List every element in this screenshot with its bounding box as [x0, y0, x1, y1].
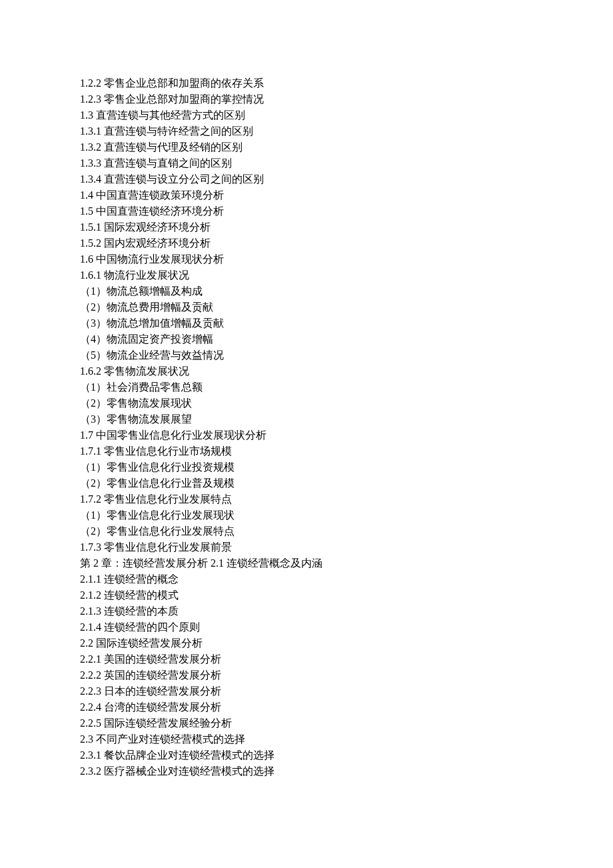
- toc-line: 1.5.2 国内宏观经济环境分析: [80, 235, 533, 251]
- toc-line: （1）零售业信息化行业投资规模: [80, 459, 533, 475]
- toc-line: （2）零售业信息化行业普及规模: [80, 475, 533, 491]
- toc-line: （4）物流固定资产投资增幅: [80, 331, 533, 347]
- toc-line: 1.2.2 零售企业总部和加盟商的依存关系: [80, 75, 533, 91]
- toc-line: （3）物流总增加值增幅及贡献: [80, 315, 533, 331]
- toc-line: （2）零售业信息化行业发展特点: [80, 523, 533, 539]
- toc-line: 2.2.4 台湾的连锁经营发展分析: [80, 699, 533, 715]
- toc-line: 第 2 章：连锁经营发展分析 2.1 连锁经营概念及内涵: [80, 555, 533, 571]
- toc-line: （1）社会消费品零售总额: [80, 379, 533, 395]
- toc-line: 1.2.3 零售企业总部对加盟商的掌控情况: [80, 91, 533, 107]
- toc-line: 2.2.3 日本的连锁经营发展分析: [80, 683, 533, 699]
- toc-line: 2.1.3 连锁经营的本质: [80, 603, 533, 619]
- toc-line: 2.2.5 国际连锁经营发展经验分析: [80, 715, 533, 731]
- toc-line: 1.3.2 直营连锁与代理及经销的区别: [80, 139, 533, 155]
- toc-line: 1.7 中国零售业信息化行业发展现状分析: [80, 427, 533, 443]
- toc-line: 1.4 中国直营连锁政策环境分析: [80, 187, 533, 203]
- document-page: 1.2.2 零售企业总部和加盟商的依存关系 1.2.3 零售企业总部对加盟商的掌…: [0, 0, 613, 846]
- toc-line: 1.5.1 国际宏观经济环境分析: [80, 219, 533, 235]
- toc-line: 2.1.2 连锁经营的模式: [80, 587, 533, 603]
- toc-line: 2.2.1 美国的连锁经营发展分析: [80, 651, 533, 667]
- toc-line: 1.3.1 直营连锁与特许经营之间的区别: [80, 123, 533, 139]
- toc-line: 1.3.4 直营连锁与设立分公司之间的区别: [80, 171, 533, 187]
- toc-line: （2）物流总费用增幅及贡献: [80, 299, 533, 315]
- toc-line: （2）零售物流发展现状: [80, 395, 533, 411]
- toc-line: 2.2 国际连锁经营发展分析: [80, 635, 533, 651]
- toc-line: 2.1.4 连锁经营的四个原则: [80, 619, 533, 635]
- toc-line: （5）物流企业经营与效益情况: [80, 347, 533, 363]
- toc-line: 2.3 不同产业对连锁经营模式的选择: [80, 731, 533, 747]
- toc-line: 1.7.1 零售业信息化行业市场规模: [80, 443, 533, 459]
- toc-line: （1）物流总额增幅及构成: [80, 283, 533, 299]
- toc-line: （1）零售业信息化行业发展现状: [80, 507, 533, 523]
- toc-line: 1.7.2 零售业信息化行业发展特点: [80, 491, 533, 507]
- toc-line: 1.7.3 零售业信息化行业发展前景: [80, 539, 533, 555]
- toc-line: 1.6.1 物流行业发展状况: [80, 267, 533, 283]
- toc-line: 2.3.1 餐饮品牌企业对连锁经营模式的选择: [80, 747, 533, 763]
- toc-line: （3）零售物流发展展望: [80, 411, 533, 427]
- toc-line: 1.3.3 直营连锁与直销之间的区别: [80, 155, 533, 171]
- toc-line: 2.1.1 连锁经营的概念: [80, 571, 533, 587]
- toc-line: 2.2.2 英国的连锁经营发展分析: [80, 667, 533, 683]
- toc-line: 2.3.2 医疗器械企业对连锁经营模式的选择: [80, 763, 533, 779]
- toc-line: 1.3 直营连锁与其他经营方式的区别: [80, 107, 533, 123]
- toc-line: 1.5 中国直营连锁经济环境分析: [80, 203, 533, 219]
- toc-line: 1.6 中国物流行业发展现状分析: [80, 251, 533, 267]
- toc-line: 1.6.2 零售物流发展状况: [80, 363, 533, 379]
